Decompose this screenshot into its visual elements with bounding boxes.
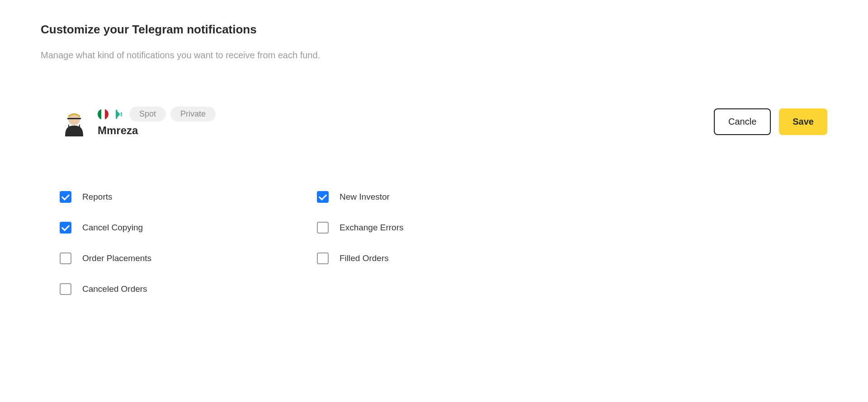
option-cancel-copying[interactable]: Cancel Copying (60, 222, 303, 234)
options-column-1: Reports Cancel Copying Order Placements … (60, 191, 303, 295)
avatar (60, 108, 89, 136)
svg-point-2 (120, 113, 121, 115)
private-pill: Private (170, 107, 216, 122)
checkbox-reports[interactable] (60, 191, 71, 203)
checkbox-canceled-orders[interactable] (60, 283, 71, 295)
options-column-2: New Investor Exchange Errors Filled Orde… (317, 191, 561, 295)
option-label: New Investor (340, 192, 390, 202)
fund-header: Spot Private Mmreza Cancle Save (41, 107, 827, 137)
option-label: Reports (82, 192, 113, 202)
options-grid: Reports Cancel Copying Order Placements … (41, 191, 561, 295)
option-label: Exchange Errors (340, 223, 404, 233)
fund-info: Spot Private Mmreza (60, 107, 216, 137)
checkbox-new-investor[interactable] (317, 191, 329, 203)
option-canceled-orders[interactable]: Canceled Orders (60, 283, 303, 295)
save-button[interactable]: Save (779, 108, 827, 135)
option-order-placements[interactable]: Order Placements (60, 252, 303, 264)
fund-meta-row: Spot Private (98, 107, 216, 122)
option-exchange-errors[interactable]: Exchange Errors (317, 222, 561, 234)
page-subtitle: Manage what kind of notifications you wa… (41, 47, 348, 64)
page-title: Customize your Telegram notifications (41, 23, 827, 37)
option-new-investor[interactable]: New Investor (317, 191, 561, 203)
exchange-icon (113, 108, 125, 120)
option-label: Canceled Orders (82, 284, 147, 294)
checkbox-order-placements[interactable] (60, 252, 71, 264)
option-label: Cancel Copying (82, 223, 143, 233)
checkbox-filled-orders[interactable] (317, 252, 329, 264)
spot-pill: Spot (129, 107, 166, 122)
option-label: Filled Orders (340, 253, 389, 263)
cancel-button[interactable]: Cancle (714, 108, 771, 135)
option-reports[interactable]: Reports (60, 191, 303, 203)
option-filled-orders[interactable]: Filled Orders (317, 252, 561, 264)
checkbox-exchange-errors[interactable] (317, 222, 329, 234)
fund-name: Mmreza (98, 124, 216, 137)
checkbox-cancel-copying[interactable] (60, 222, 71, 234)
flag-icon (98, 109, 108, 120)
actions: Cancle Save (714, 108, 827, 135)
option-label: Order Placements (82, 253, 151, 263)
